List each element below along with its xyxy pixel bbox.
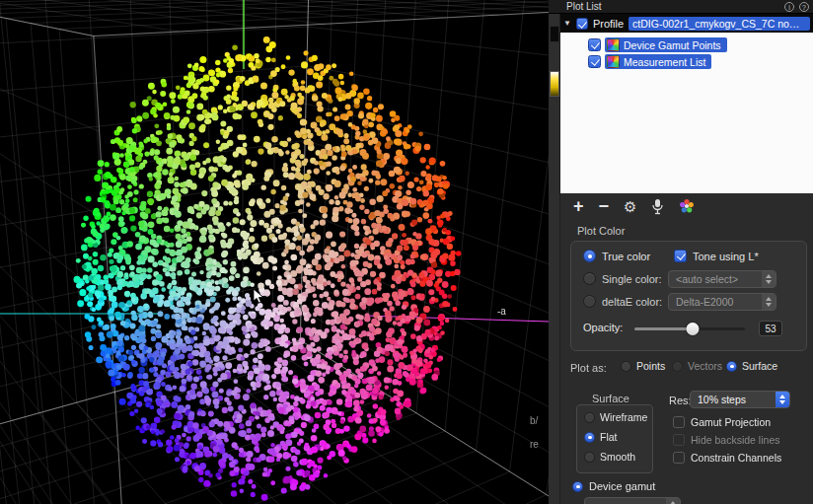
profile-checkbox[interactable] [576, 18, 588, 30]
hide-backside-label: Hide backside lines [691, 434, 779, 446]
res-popup[interactable]: 10% steps [690, 391, 790, 408]
microphone-button[interactable] [651, 198, 664, 215]
measurement-list-checkbox[interactable] [588, 55, 601, 68]
surface-section-label: Surface [592, 393, 629, 404]
plot-as-points-option[interactable]: Points [621, 360, 665, 372]
opacity-value-field[interactable]: 53 [759, 321, 782, 336]
device-gamut-points-item[interactable]: Device Gamut Points [605, 37, 727, 52]
constrain-channels-checkbox[interactable] [673, 452, 685, 464]
surface-mode-box: Wireframe Flat Smooth [576, 404, 653, 473]
clipped-popup[interactable] [584, 497, 681, 504]
add-button[interactable]: + [573, 197, 584, 215]
opacity-slider-knob[interactable] [687, 323, 700, 335]
deltae-color-radio[interactable] [583, 295, 596, 308]
single-color-radio[interactable] [583, 272, 596, 285]
plot-color-section-label: Plot Color [577, 225, 625, 237]
chevron-up-down-icon [762, 294, 776, 310]
list-item[interactable]: Device Gamut Points [588, 36, 727, 53]
true-color-option[interactable]: True color [583, 250, 650, 262]
hide-backside-checkbox[interactable] [673, 434, 685, 446]
panel-title: Plot List [549, 1, 602, 12]
true-color-radio[interactable] [583, 250, 596, 262]
chevron-up-down-icon [762, 271, 776, 287]
wireframe-label: Wireframe [600, 411, 647, 423]
remove-button[interactable]: − [599, 197, 610, 215]
gradient-legend-swatch [550, 71, 559, 97]
tone-using-checkbox[interactable] [674, 250, 687, 262]
profile-label: Profile [593, 18, 624, 30]
measurement-icon [607, 55, 620, 68]
gamut-icon [607, 38, 620, 51]
gamut-projection-label: Gamut Projection [691, 416, 771, 428]
plot-as-vectors-option[interactable]: Vectors [672, 360, 722, 372]
flat-label: Flat [600, 431, 618, 443]
single-color-option[interactable]: Single color: [583, 272, 662, 285]
smooth-label: Smooth [600, 451, 635, 463]
gamut-plot-canvas[interactable] [0, 0, 549, 504]
gamut-projection-option[interactable]: Gamut Projection [673, 416, 771, 428]
plot-list: Device Gamut Points Measurement List [560, 33, 813, 193]
single-color-value: <auto select> [676, 273, 738, 285]
help-icon[interactable]: ? [799, 2, 809, 12]
list-item-label: Device Gamut Points [624, 39, 721, 51]
plot-as-label: Plot as: [570, 362, 607, 374]
tone-using-label: Tone using L* [693, 251, 759, 262]
gamut-projection-checkbox[interactable] [673, 416, 685, 428]
surface-radio[interactable] [726, 361, 737, 372]
vectors-label: Vectors [688, 360, 722, 372]
opacity-label: Opacity: [583, 322, 623, 333]
info-icon[interactable]: i [784, 2, 794, 12]
list-item[interactable]: Measurement List [588, 53, 711, 70]
plot-list-panel: Plot List i ? ▼ Profile ctDIG-002r1_cmyk… [549, 0, 813, 504]
disclosure-triangle-icon[interactable]: ▼ [563, 19, 571, 28]
side-rail [549, 14, 560, 504]
true-color-label: True color [602, 251, 650, 262]
chevron-up-down-icon [666, 498, 680, 504]
flat-option[interactable]: Flat [584, 431, 618, 443]
smooth-radio[interactable] [584, 452, 595, 463]
flat-radio[interactable] [584, 432, 595, 443]
single-color-label: Single color: [602, 273, 662, 285]
deltae-color-label: deltaE color: [602, 296, 662, 308]
tone-using-option[interactable]: Tone using L* [674, 250, 759, 262]
profile-row[interactable]: ▼ Profile ctDIG-002r1_cmykogv_CS_7C no… [560, 14, 813, 33]
device-gamut-label: Device gamut [589, 480, 655, 492]
device-gamut-radio[interactable] [572, 481, 583, 492]
list-toolbar: + − ⚙ [560, 193, 813, 219]
device-gamut-points-checkbox[interactable] [588, 38, 601, 51]
deltae-popup[interactable]: Delta-E2000 [668, 293, 776, 311]
plot-as-surface-option[interactable]: Surface [726, 360, 777, 372]
opacity-slider-fill [634, 327, 693, 330]
deltae-value: Delta-E2000 [676, 296, 733, 308]
points-radio[interactable] [621, 361, 631, 372]
hide-backside-option[interactable]: Hide backside lines [673, 434, 779, 446]
list-item-label: Measurement List [624, 56, 705, 68]
rail-button[interactable] [550, 26, 559, 42]
wireframe-option[interactable]: Wireframe [584, 411, 647, 423]
opacity-slider[interactable] [634, 323, 745, 335]
constrain-channels-option[interactable]: Constrain Channels [673, 452, 781, 464]
measurement-list-item[interactable]: Measurement List [605, 54, 711, 69]
smooth-option[interactable]: Smooth [584, 451, 635, 463]
deltae-color-option[interactable]: deltaE color: [583, 295, 662, 308]
profile-name-selected[interactable]: ctDIG-002r1_cmykogv_CS_7C no… [628, 17, 810, 31]
color-flower-button[interactable] [679, 198, 695, 214]
surface-label: Surface [742, 360, 777, 372]
res-label: Res: [669, 395, 692, 406]
single-color-popup[interactable]: <auto select> [668, 270, 776, 288]
wireframe-radio[interactable] [584, 412, 595, 423]
gear-button[interactable]: ⚙ [624, 199, 636, 214]
points-label: Points [636, 360, 665, 372]
plot-color-group: True color Tone using L* Single color: <… [570, 241, 807, 351]
device-gamut-option[interactable]: Device gamut [572, 480, 655, 492]
chevron-up-down-icon [776, 392, 789, 407]
res-value: 10% steps [698, 394, 746, 405]
gamut-3d-viewport[interactable]: -a b/ re [0, 0, 549, 504]
panel-header: Plot List i ? [549, 0, 813, 14]
constrain-channels-label: Constrain Channels [691, 452, 781, 464]
vectors-radio[interactable] [672, 361, 683, 372]
